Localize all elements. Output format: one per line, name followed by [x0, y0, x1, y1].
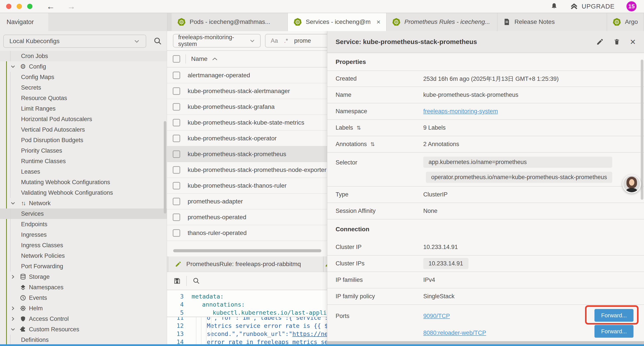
row-checkbox[interactable]: [173, 150, 180, 158]
sidebar-item-validating-webhook-configurations[interactable]: Validating Webhook Configurations: [0, 187, 167, 198]
table-row[interactable]: thanos-ruler-operated: [167, 225, 327, 241]
tab-prometheus[interactable]: Prometheus Rules - icecheng...: [386, 13, 497, 31]
sidebar-item-endpoints[interactable]: Endpoints: [0, 219, 167, 230]
sidebar-item-definitions[interactable]: Definitions: [0, 335, 167, 345]
editor-tab-partial[interactable]: [323, 256, 327, 272]
row-checkbox[interactable]: [173, 214, 180, 221]
drawer-horizontal-scrollbar[interactable]: [327, 341, 644, 344]
sidebar-item-ingresses[interactable]: Ingresses: [0, 230, 167, 240]
forward-button[interactable]: Forward...: [594, 325, 634, 338]
row-checkbox[interactable]: [173, 103, 180, 111]
edit-pencil-icon[interactable]: [596, 38, 604, 45]
sidebar-item-custom-resources[interactable]: Custom Resources: [0, 324, 167, 335]
row-checkbox[interactable]: [173, 72, 180, 79]
table-row[interactable]: kube-prometheus-stack-grafana: [167, 99, 327, 115]
table-row[interactable]: prometheus-operated: [167, 209, 327, 225]
sidebar-item-secrets[interactable]: Secrets: [0, 82, 167, 93]
back-button[interactable]: ←: [46, 2, 55, 10]
tab-release[interactable]: Release Notes: [497, 13, 607, 31]
upgrade-button[interactable]: UPGRADE: [570, 2, 615, 10]
sidebar-item-services[interactable]: Services: [0, 209, 167, 219]
sidebar-item-horizontal-pod-autoscalers[interactable]: Horizontal Pod Autoscalers: [0, 114, 167, 124]
zoom-window-button[interactable]: [27, 4, 32, 9]
selector-chip[interactable]: app.kubernetes.io/name=prometheus: [423, 157, 612, 168]
kubeconfig-selector[interactable]: Local Kubeconfigs: [3, 34, 146, 48]
horizontal-scrollbar[interactable]: [173, 249, 321, 252]
minimize-window-button[interactable]: [17, 4, 22, 9]
forward-button[interactable]: →: [67, 2, 76, 10]
sort-toggle-icon[interactable]: ⇅: [370, 141, 375, 147]
code-link[interactable]: https://net: [292, 331, 327, 337]
delete-trash-icon[interactable]: [613, 38, 620, 45]
sidebar-item-ingress-classes[interactable]: Ingress Classes: [0, 240, 167, 251]
navigator-tab[interactable]: Navigator: [0, 13, 48, 31]
sidebar-item-pod-disruption-budgets[interactable]: Pod Disruption Budgets: [0, 135, 167, 145]
chevron-right-icon[interactable]: [10, 306, 18, 311]
list-search-input[interactable]: Aa .* prome: [265, 34, 327, 47]
sidebar-search-icon[interactable]: [154, 37, 162, 45]
chevron-down-icon[interactable]: [10, 200, 18, 206]
sort-toggle-icon[interactable]: ⇅: [357, 125, 361, 131]
editor-tab[interactable]: PrometheusRule: freeleaps-prod-rabbitmq: [169, 256, 323, 272]
tab-pods[interactable]: Pods - icecheng@mathmas...: [172, 13, 288, 31]
table-row[interactable]: kube-prometheus-stack-prometheus-node-ex…: [167, 162, 327, 178]
chevron-right-icon[interactable]: [10, 316, 18, 322]
tab-close-icon[interactable]: ×: [374, 18, 380, 26]
table-row[interactable]: kube-prometheus-stack-kube-state-metrics: [167, 115, 327, 130]
row-checkbox[interactable]: [173, 119, 180, 126]
yaml-editor[interactable]: 3metadata:4annotations:5kubectl.kubernet…: [167, 290, 327, 346]
row-checkbox[interactable]: [173, 87, 180, 95]
selector-chip[interactable]: operator.prometheus.io/name=kube-prometh…: [426, 172, 612, 183]
row-checkbox[interactable]: [173, 229, 180, 237]
sidebar-item-events[interactable]: Events: [0, 293, 167, 303]
sidebar-item-leases[interactable]: Leases: [0, 166, 167, 177]
sidebar-item-network-policies[interactable]: Network Policies: [0, 251, 167, 261]
editor-search-icon[interactable]: [192, 277, 200, 285]
annotations-value[interactable]: 2 Annotations: [423, 141, 459, 148]
port-link[interactable]: 9090/TCP: [423, 313, 486, 320]
notification-count-badge[interactable]: 15: [626, 1, 636, 11]
labels-value[interactable]: 9 Labels: [423, 124, 446, 131]
row-checkbox[interactable]: [173, 166, 180, 174]
select-all-checkbox[interactable]: [173, 55, 180, 63]
chevron-down-icon[interactable]: [10, 327, 18, 332]
sidebar-item-limit-ranges[interactable]: Limit Ranges: [0, 103, 167, 114]
sidebar-item-runtime-classes[interactable]: Runtime Classes: [0, 156, 167, 166]
table-row[interactable]: kube-prometheus-stack-prometheus: [167, 146, 327, 162]
sidebar-item-storage[interactable]: Storage: [0, 272, 167, 282]
sidebar-item-network[interactable]: ↑↓Network: [0, 198, 167, 209]
table-row[interactable]: kube-prometheus-stack-thanos-ruler: [167, 178, 327, 194]
sidebar-item-access-control[interactable]: Access Control: [0, 314, 167, 324]
sidebar-item-namespaces[interactable]: Namespaces: [0, 282, 167, 293]
port-link[interactable]: 8080:reloader-web/TCP: [423, 330, 486, 336]
match-case-toggle[interactable]: Aa: [271, 37, 278, 44]
sidebar-item-mutating-webhook-configurations[interactable]: Mutating Webhook Configurations: [0, 177, 167, 187]
table-row[interactable]: prometheus-adapter: [167, 194, 327, 209]
row-checkbox[interactable]: [173, 182, 180, 189]
sidebar-item-vertical-pod-autoscalers[interactable]: Vertical Pod Autoscalers: [0, 124, 167, 135]
sidebar-scrollbar[interactable]: [164, 121, 166, 214]
sidebar-item-helm[interactable]: Helm: [0, 303, 167, 314]
name-column-header[interactable]: Name: [191, 55, 218, 62]
drawer-scrollbar[interactable]: [641, 59, 643, 200]
namespace-filter-select[interactable]: freeleaps-monitoring-system: [173, 34, 260, 47]
close-icon[interactable]: ×: [630, 37, 636, 47]
chevron-right-icon[interactable]: [10, 274, 18, 280]
chevron-down-icon[interactable]: [10, 64, 18, 69]
row-checkbox[interactable]: [173, 135, 180, 142]
sidebar-item-priority-classes[interactable]: Priority Classes: [0, 145, 167, 156]
tab-argo[interactable]: Argo Se: [607, 13, 644, 31]
sidebar-item-config[interactable]: ⚙Config: [0, 61, 167, 72]
namespace-link[interactable]: freeleaps-monitoring-system: [423, 108, 498, 115]
table-row[interactable]: kube-prometheus-stack-operator: [167, 130, 327, 146]
table-row[interactable]: kube-prometheus-stack-alertmanager: [167, 83, 327, 99]
notifications-bell-icon[interactable]: [550, 2, 558, 10]
save-icon[interactable]: [173, 277, 181, 285]
regex-toggle[interactable]: .*: [284, 37, 288, 44]
close-window-button[interactable]: [6, 4, 12, 9]
sidebar-item-cron-jobs[interactable]: Cron Jobs: [0, 51, 167, 61]
user-avatar[interactable]: [622, 175, 641, 193]
table-row[interactable]: alertmanager-operated: [167, 67, 327, 83]
sidebar-item-config-maps[interactable]: Config Maps: [0, 72, 167, 82]
row-checkbox[interactable]: [173, 198, 180, 205]
